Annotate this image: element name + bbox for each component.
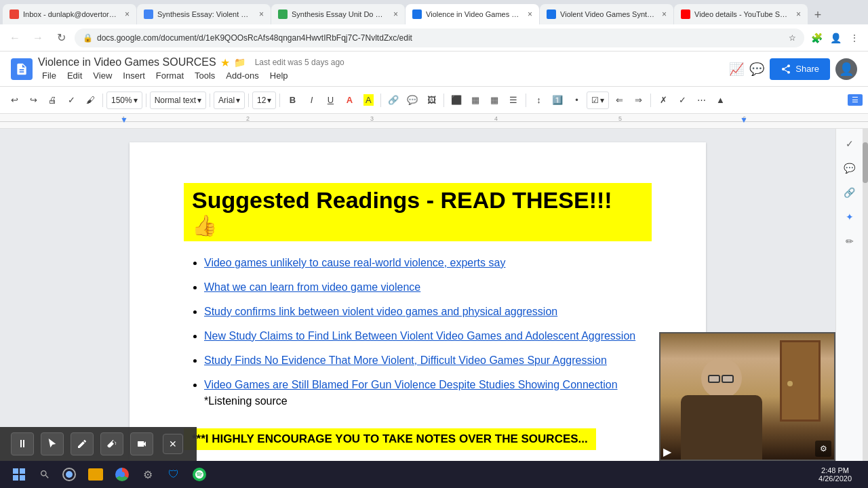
font-dropdown[interactable]: Arial ▾	[214, 92, 245, 109]
sidebar-comment-icon[interactable]: 💬	[840, 159, 859, 178]
tab-synthesis3[interactable]: Violent Video Games Synthesis ... ×	[540, 4, 673, 24]
tab-close-youtube[interactable]: ×	[796, 9, 801, 19]
menu-format[interactable]: Format	[152, 69, 188, 82]
text-style-dropdown[interactable]: Normal text ▾	[150, 92, 206, 109]
ruler-left-margin[interactable]: ▼	[120, 115, 128, 125]
analytics-icon[interactable]: 📈	[729, 62, 744, 77]
indent-decrease-button[interactable]: ⇐	[610, 92, 628, 109]
tab-close-gmail[interactable]: ×	[125, 9, 130, 19]
outline-button[interactable]: ☰	[848, 94, 863, 106]
menu-help[interactable]: Help	[266, 69, 292, 82]
new-tab-button[interactable]: +	[808, 5, 827, 24]
cursor-tool-button[interactable]	[41, 432, 64, 455]
font-size-dropdown[interactable]: 12 ▾	[252, 92, 276, 109]
taskbar-cortana[interactable]	[57, 462, 81, 487]
eraser-tool-button[interactable]	[100, 432, 123, 455]
menu-tools[interactable]: Tools	[191, 69, 219, 82]
underline-button[interactable]: U	[321, 92, 339, 109]
more-formats-button[interactable]: ⋯	[692, 92, 710, 109]
menu-file[interactable]: File	[38, 69, 60, 82]
tab-close-violence-sources[interactable]: ×	[528, 9, 532, 19]
spell-check-button[interactable]: ✓	[62, 92, 80, 109]
paint-format-button[interactable]: 🖌	[81, 92, 99, 109]
link-5[interactable]: Study Finds No Evidence That More Violen…	[204, 354, 607, 366]
sidebar-link-icon[interactable]: 🔗	[840, 183, 859, 202]
tab-close-synthesis1[interactable]: ×	[259, 9, 264, 19]
align-justify-button[interactable]: ☰	[505, 92, 522, 109]
taskbar-search[interactable]	[34, 462, 56, 487]
scrollbar-thumb[interactable]	[863, 142, 868, 183]
text-color-button[interactable]: A	[340, 92, 358, 109]
link-1[interactable]: Video games unlikely to cause real-world…	[204, 257, 505, 268]
bullet-list-button[interactable]: •	[568, 92, 585, 109]
redo-button[interactable]: ↪	[24, 92, 42, 109]
star-icon[interactable]: ★	[220, 56, 230, 69]
back-button[interactable]: ←	[5, 28, 24, 47]
sidebar-explore-icon[interactable]: ✦	[840, 207, 859, 226]
link-2[interactable]: What we can learn from video game violen…	[204, 281, 420, 293]
menu-insert[interactable]: Insert	[119, 69, 149, 82]
italic-button[interactable]: I	[302, 92, 320, 109]
star-icon[interactable]: ☆	[789, 33, 796, 43]
tab-violence-sources[interactable]: Violence in Video Games SOUR... ×	[406, 4, 539, 24]
refresh-button[interactable]: ↻	[52, 28, 71, 47]
drive-icon[interactable]: 📁	[234, 57, 245, 68]
numbered-list-button[interactable]: 1️⃣	[549, 92, 566, 109]
comment-icon[interactable]: 💬	[749, 62, 764, 77]
menu-view[interactable]: View	[89, 69, 116, 82]
forward-button[interactable]: →	[28, 28, 47, 47]
taskbar-windows-security[interactable]: 🛡	[161, 462, 186, 487]
line-spacing-button[interactable]: ↕	[530, 92, 547, 109]
spellcheck-toggle[interactable]: ✓	[673, 92, 691, 109]
taskbar-settings[interactable]: ⚙	[136, 462, 160, 487]
pen-tool-button[interactable]	[71, 432, 94, 455]
collapse-toolbar-button[interactable]: ▲	[711, 92, 729, 109]
address-bar[interactable]: 🔒 docs.google.com/document/d/1eK9QOOsRcA…	[75, 28, 804, 47]
tab-synthesis2[interactable]: Synthesis Essay Unit Do Violent... ×	[271, 4, 405, 24]
zoom-dropdown[interactable]: 150% ▾	[106, 92, 142, 109]
profile-icon[interactable]: 👤	[827, 30, 844, 46]
taskbar-file-explorer[interactable]	[83, 462, 108, 487]
link-3[interactable]: Study confirms link between violent vide…	[204, 306, 557, 317]
camera-tool-button[interactable]	[130, 432, 153, 455]
tab-close-synthesis2[interactable]: ×	[393, 9, 398, 19]
highlight-button[interactable]: A	[359, 92, 377, 109]
pause-recording-button[interactable]: ⏸	[11, 432, 34, 455]
bold-button[interactable]: B	[283, 92, 301, 109]
checklist-dropdown[interactable]: ☑ ▾	[587, 92, 609, 109]
indent-increase-button[interactable]: ⇒	[629, 92, 647, 109]
tab-synthesis1[interactable]: Synthesis Essay: Violent Video G... ×	[137, 4, 271, 24]
clear-format-button[interactable]: ✗	[654, 92, 672, 109]
show-desktop-button[interactable]	[859, 461, 863, 488]
undo-button[interactable]: ↩	[5, 92, 23, 109]
windows-clock[interactable]: 2:48 PM 4/26/2020	[813, 466, 857, 483]
link-button[interactable]: 🔗	[384, 92, 402, 109]
taskbar-spotify[interactable]	[187, 462, 212, 487]
image-button[interactable]: 🖼	[422, 92, 440, 109]
align-right-button[interactable]: ▦	[486, 92, 503, 109]
extensions-icon[interactable]: 🧩	[808, 30, 825, 46]
user-avatar[interactable]: 👤	[835, 58, 857, 80]
settings-icon[interactable]: ⋮	[846, 30, 863, 46]
menu-edit[interactable]: Edit	[63, 69, 86, 82]
webcam-expand-icon[interactable]: ▶	[663, 445, 671, 458]
align-center-button[interactable]: ▦	[467, 92, 484, 109]
ruler-right-margin[interactable]: ▼	[740, 115, 748, 125]
comment-button[interactable]: 💬	[403, 92, 421, 109]
stop-recording-button[interactable]: ✕	[163, 434, 183, 454]
link-6[interactable]: Video Games are Still Blamed For Gun Vio…	[204, 379, 618, 390]
tab-gmail[interactable]: Inbox - dunlapk@dovertornado... ×	[3, 4, 136, 24]
windows-start-button[interactable]	[5, 461, 33, 488]
align-left-button[interactable]: ⬛	[448, 92, 465, 109]
menu-addons[interactable]: Add-ons	[222, 69, 262, 82]
doc-title-text[interactable]: Violence in Video Games SOURCES	[38, 56, 216, 68]
sidebar-edit-icon[interactable]: ✏	[840, 232, 859, 251]
share-button[interactable]: Share	[770, 58, 830, 80]
webcam-settings-button[interactable]: ⚙	[815, 441, 831, 457]
print-button[interactable]: 🖨	[43, 92, 61, 109]
tab-youtube[interactable]: Video details - YouTube Studio ×	[674, 4, 808, 24]
tab-close-synthesis3[interactable]: ×	[662, 9, 667, 19]
link-4[interactable]: New Study Claims to Find Link Between Vi…	[204, 330, 635, 342]
sidebar-spelling-icon[interactable]: ✓	[840, 134, 859, 153]
taskbar-chrome[interactable]	[110, 462, 134, 487]
